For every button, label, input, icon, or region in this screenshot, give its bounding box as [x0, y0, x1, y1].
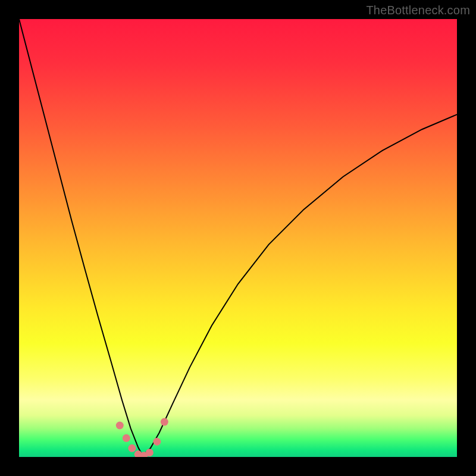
minimum-markers — [116, 418, 168, 457]
plot-area — [19, 19, 457, 457]
marker-dot — [116, 422, 124, 430]
curve-right-branch — [143, 114, 457, 455]
marker-dot — [128, 444, 136, 452]
curve-left-branch — [19, 19, 143, 456]
watermark-text: TheBottleneck.com — [366, 4, 470, 17]
marker-dot — [146, 449, 154, 456]
bottleneck-curve — [19, 19, 457, 457]
marker-dot — [161, 418, 168, 426]
marker-dot — [123, 434, 130, 442]
marker-dot — [153, 438, 161, 446]
